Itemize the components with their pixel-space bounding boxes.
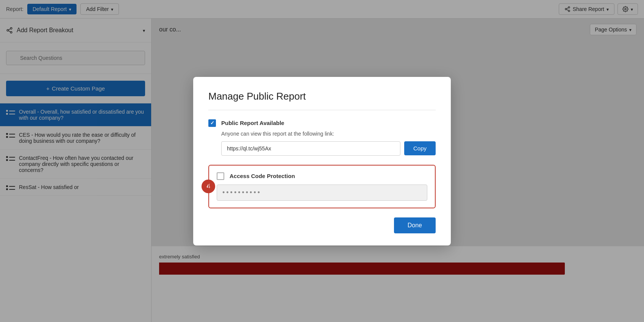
access-code-wrapper: 4 Access Code Protection <box>208 165 436 208</box>
copy-button[interactable]: Copy <box>404 141 436 155</box>
url-row: Copy <box>221 141 436 156</box>
done-button[interactable]: Done <box>394 217 436 233</box>
access-code-label: Access Code Protection <box>230 173 295 179</box>
access-code-checkbox[interactable] <box>217 172 224 180</box>
public-report-desc: Anyone can view this report at the follo… <box>221 131 436 137</box>
access-code-row: Access Code Protection <box>217 172 427 180</box>
modal-overlay: Manage Public Report Public Report Avail… <box>0 0 644 322</box>
access-code-input[interactable] <box>217 184 427 201</box>
modal-footer: Done <box>208 217 436 233</box>
modal-title: Manage Public Report <box>208 91 436 110</box>
access-code-section: Access Code Protection <box>208 165 436 208</box>
url-input[interactable] <box>221 141 400 156</box>
public-report-label: Public Report Available <box>221 120 284 126</box>
public-report-checkbox[interactable] <box>208 119 216 127</box>
public-report-row: Public Report Available <box>208 119 436 127</box>
manage-public-report-modal: Manage Public Report Public Report Avail… <box>193 77 451 245</box>
public-report-section: Public Report Available Anyone can view … <box>208 119 436 156</box>
